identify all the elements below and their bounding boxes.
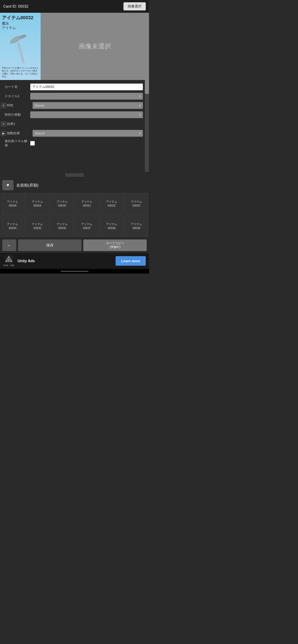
grid-cell-text: アイテム 00034 <box>7 222 18 230</box>
grid-cell[interactable]: アイテム 00028 <box>1 193 25 215</box>
trait-row: + 特性 (None) <box>0 101 149 110</box>
card-type-line1: 魔法 <box>2 21 39 26</box>
trait-select-wrapper: (None) <box>33 102 143 109</box>
divider-line-1 <box>65 174 84 174</box>
learn-more-button[interactable]: Learn more <box>116 256 146 266</box>
sort-dropdown-button[interactable]: ▼ <box>2 180 14 190</box>
grid-cell-text: アイテム 00038 <box>106 222 117 230</box>
trait-trigger-row: 特性の発動 <box>0 110 149 120</box>
image-select-button[interactable]: 画像選択 <box>123 2 146 10</box>
no-image-area: 画像未選択 <box>41 13 149 80</box>
sort-label: 名前順(昇順) <box>16 183 39 188</box>
divider-lines <box>65 174 84 176</box>
grid-cell[interactable]: アイテム 00036 <box>50 215 74 237</box>
grid-cell[interactable]: アイテム 00035 <box>25 215 50 237</box>
style1-select[interactable] <box>30 93 143 100</box>
skill-release-checkbox[interactable] <box>30 141 35 146</box>
grid-cell-text: アイテム 00037 <box>81 222 92 230</box>
card-description: 手札のカードを2枚トラッシュするなら使える。山札のモンスターから１枚まで選び、手… <box>2 66 39 78</box>
scrollbar-track[interactable] <box>145 80 149 172</box>
active-effect-select[interactable]: Search <box>33 130 143 137</box>
grid-cell[interactable]: アイテム 00029 <box>25 193 50 215</box>
scrollbar-thumb[interactable] <box>145 80 149 94</box>
card-image-area <box>2 31 39 66</box>
trait-trigger-label: 特性の発動 <box>5 113 30 117</box>
divider-line-3 <box>65 176 84 176</box>
effect1-plus-button[interactable]: + <box>1 122 6 126</box>
trait-plus-button[interactable]: + <box>1 103 6 108</box>
save-button[interactable]: 保存 <box>18 240 82 251</box>
back-button[interactable]: ← <box>2 240 16 251</box>
unity-logo-icon <box>5 255 13 264</box>
skill-release-label: 進化前スキル解放 <box>5 139 30 148</box>
action-bar: ← 保存 カードコピー(準備中) <box>0 238 149 253</box>
effect1-label: 効果1 <box>7 122 33 126</box>
top-bar: Card ID: 00032 画像選択 <box>0 0 149 13</box>
grid-cell[interactable]: アイテム 00034 <box>1 215 25 237</box>
style1-label: スタイル1 <box>5 94 30 98</box>
grid-cell[interactable]: アイテム 00037 <box>75 215 99 237</box>
divider-line-2 <box>65 175 84 175</box>
sort-bar: ▼ 名前順(昇順) <box>0 178 149 192</box>
trait-trigger-select[interactable] <box>30 111 143 118</box>
ad-brand-sub-label: Unity · Ads <box>3 264 15 266</box>
style1-row: スタイル1 <box>0 92 149 101</box>
active-effect-select-wrapper: Search <box>33 130 143 137</box>
grid-cell-text: アイテム 00036 <box>57 222 68 230</box>
ad-logo-area: Unity · Ads <box>3 255 15 266</box>
play-button[interactable]: ▶ <box>1 131 6 136</box>
form-section: カード名 スタイル1 + 特性 (None) 特性の発動 <box>0 80 149 172</box>
card-name-input[interactable] <box>30 84 143 90</box>
ad-brand-text: Unity Ads <box>18 259 112 263</box>
card-grid: アイテム 00028アイテム 00029アイテム 00030アイテム 00031… <box>0 192 149 238</box>
divider <box>0 172 149 178</box>
grid-cell-text: アイテム 00029 <box>32 200 43 208</box>
back-icon: ← <box>7 243 12 248</box>
grid-cell-text: アイテム 00039 <box>131 222 142 230</box>
no-image-text: 画像未選択 <box>79 42 111 51</box>
card-name-row: カード名 <box>0 82 149 92</box>
card-id-label: Card ID: 00032 <box>3 4 123 8</box>
grid-cell-text: アイテム 00033 <box>131 200 142 208</box>
trait-label: 特性 <box>7 104 33 108</box>
nav-indicator <box>0 269 149 274</box>
trait-select[interactable]: (None) <box>33 102 143 109</box>
copy-button[interactable]: カードコピー(準備中) <box>83 240 147 251</box>
sort-dropdown-icon: ▼ <box>6 183 10 188</box>
style1-select-wrapper <box>30 93 143 100</box>
svg-rect-0 <box>17 43 24 63</box>
grid-cell[interactable]: アイテム 00039 <box>124 215 149 237</box>
card-preview-title: アイテム00032 <box>2 14 39 21</box>
skill-release-row: 進化前スキル解放 <box>0 138 149 148</box>
grid-cell-text: アイテム 00030 <box>57 200 68 208</box>
grid-cell-text: アイテム 00028 <box>7 200 18 208</box>
trait-trigger-select-wrapper <box>30 111 143 118</box>
copy-label: カードコピー(準備中) <box>106 241 124 249</box>
grid-cell[interactable]: アイテム 00032 <box>100 193 124 215</box>
grid-cell-text: アイテム 00032 <box>106 200 117 208</box>
form-empty-space <box>0 148 149 170</box>
ad-banner: Unity · Ads Unity Ads Learn more <box>0 253 149 269</box>
preview-area: アイテム00032 魔法 アイテム 手札のカードを2枚トラッシュするなら使える。… <box>0 13 149 80</box>
effect1-row: + 効果1 <box>0 120 149 129</box>
pickaxe-icon <box>9 33 32 63</box>
nav-pill <box>61 271 88 272</box>
grid-cell[interactable]: アイテム 00033 <box>124 193 149 215</box>
grid-cell[interactable]: アイテム 00030 <box>50 193 74 215</box>
card-preview: アイテム00032 魔法 アイテム 手札のカードを2枚トラッシュするなら使える。… <box>0 13 41 80</box>
grid-cell-text: アイテム 00035 <box>32 222 43 230</box>
grid-cell[interactable]: アイテム 00038 <box>100 215 124 237</box>
card-name-label: カード名 <box>5 85 30 89</box>
card-type-line2: アイテム <box>2 26 39 30</box>
active-effect-row: ▶ 能動効果 Search <box>0 129 149 138</box>
active-effect-label: 能動効果 <box>7 131 33 136</box>
grid-cell-text: アイテム 00031 <box>81 200 92 208</box>
grid-cell[interactable]: アイテム 00031 <box>75 193 99 215</box>
